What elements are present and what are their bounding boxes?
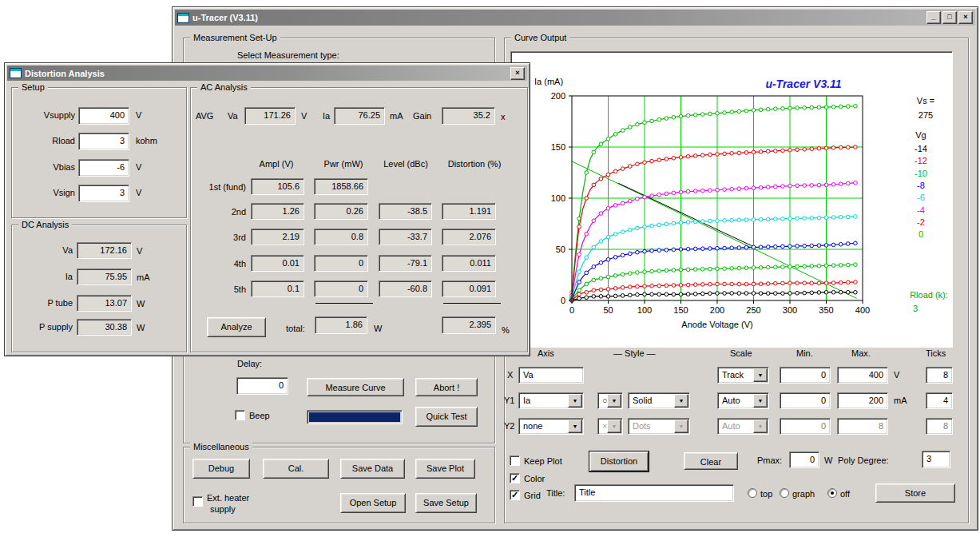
svg-text:100: 100 xyxy=(551,193,565,203)
pwr-total-rule xyxy=(315,303,373,304)
y2-axis-label: Y2 xyxy=(504,421,514,431)
svg-text:200: 200 xyxy=(551,91,565,101)
y1-max-input[interactable]: 200 xyxy=(837,392,888,409)
debug-button[interactable]: Debug xyxy=(192,459,250,479)
dc-ptube-unit: W xyxy=(137,299,145,308)
chevron-down-icon[interactable]: ▼ xyxy=(568,394,582,408)
y1-scale-combo[interactable]: Auto▼ xyxy=(717,392,769,409)
legend-top-radio[interactable] xyxy=(748,488,757,498)
ac-va-label: Va xyxy=(228,111,238,121)
close-button[interactable]: × xyxy=(958,11,973,24)
vsign-input[interactable]: 3 xyxy=(78,185,129,202)
ac-analysis-group: AC Analysis xyxy=(190,87,528,352)
svg-text:-8: -8 xyxy=(917,181,925,190)
y1-axis-label: Y1 xyxy=(504,396,514,405)
analyze-button[interactable]: Analyze xyxy=(207,317,266,337)
save-setup-button[interactable]: Save Setup xyxy=(415,493,477,513)
delay-input[interactable]: 0 xyxy=(236,377,288,395)
svg-text:-4: -4 xyxy=(917,205,925,215)
grid-label: Grid xyxy=(524,491,541,500)
measurement-setup-title: Measurement Set-Up xyxy=(190,33,280,42)
dialog-close-button[interactable]: × xyxy=(510,67,525,80)
svg-text:300: 300 xyxy=(783,305,797,315)
delay-label: Delay: xyxy=(237,359,262,368)
vsupply-input[interactable]: 400 xyxy=(78,107,129,125)
color-label: Color xyxy=(524,474,545,483)
chevron-down-icon[interactable]: ▼ xyxy=(674,394,688,408)
ac-ia-value: 76.25 xyxy=(334,107,385,125)
cal-button[interactable]: Cal. xyxy=(263,459,329,479)
distortion-total-rule xyxy=(443,303,501,304)
open-setup-button[interactable]: Open Setup xyxy=(340,493,406,513)
row-5th-distortion: 0.091 xyxy=(442,280,496,297)
rload-input[interactable]: 3 xyxy=(78,133,129,150)
row-2nd-label: 2nd xyxy=(188,207,246,217)
x-scale-combo[interactable]: Track▼ xyxy=(717,367,769,384)
dc-ia-label: Ia xyxy=(17,272,73,281)
chevron-down-icon[interactable]: ▼ xyxy=(568,420,582,433)
main-titlebar[interactable]: u-Tracer (V3.11) _ □ × xyxy=(175,10,975,26)
row-5th-ampl: 0.1 xyxy=(251,280,304,297)
row-3rd-pwr: 0.8 xyxy=(314,229,368,245)
x-min-input[interactable]: 0 xyxy=(780,367,831,384)
legend-graph-label: graph xyxy=(792,489,815,499)
poly-degree-input[interactable]: 3 xyxy=(922,451,950,468)
rload-label: Rload xyxy=(19,136,75,145)
svg-text:-2: -2 xyxy=(917,217,925,227)
keep-plot-checkbox[interactable] xyxy=(510,455,520,466)
color-checkbox[interactable]: ✓ xyxy=(510,473,520,483)
pmax-label: Pmax: xyxy=(757,455,782,465)
y1-ticks-input[interactable]: 4 xyxy=(926,392,953,409)
chevron-down-icon: ▼ xyxy=(753,420,768,433)
x-max-input[interactable]: 400 xyxy=(837,367,888,384)
dc-analysis-title: DC Analysis xyxy=(18,220,72,229)
maximize-button[interactable]: □ xyxy=(942,11,957,24)
row-4th-level: -79.1 xyxy=(379,255,432,272)
legend-graph-radio[interactable] xyxy=(780,488,789,498)
measure-curve-button[interactable]: Measure Curve xyxy=(307,378,404,396)
svg-text:250: 250 xyxy=(746,305,760,315)
row-5th-label: 5th xyxy=(188,284,246,294)
grid-checkbox[interactable]: ✓ xyxy=(510,490,520,500)
pmax-input[interactable]: 0 xyxy=(789,451,819,468)
legend-off-radio[interactable] xyxy=(827,488,837,498)
vbias-unit: V xyxy=(136,162,141,172)
svg-text:50: 50 xyxy=(603,305,613,315)
store-button[interactable]: Store xyxy=(875,483,955,503)
clear-button[interactable]: Clear xyxy=(684,452,738,470)
y1-marker-combo[interactable]: ○▼ xyxy=(597,392,623,409)
row-1st-pwr: 1858.66 xyxy=(314,178,368,195)
ac-ia-label: Ia xyxy=(323,111,330,121)
ext-heater-checkbox[interactable] xyxy=(192,496,203,507)
beep-checkbox[interactable] xyxy=(235,410,245,420)
plot-title-input[interactable]: Title xyxy=(574,484,734,502)
abort-button[interactable]: Abort ! xyxy=(415,378,478,396)
ac-va-unit: V xyxy=(301,111,307,121)
x-ticks-input[interactable]: 8 xyxy=(926,367,953,384)
y1-min-input[interactable]: 0 xyxy=(780,392,831,409)
ac-va-value: 171.26 xyxy=(244,107,296,125)
chevron-down-icon[interactable]: ▼ xyxy=(753,394,768,408)
quick-test-button[interactable]: Quick Test xyxy=(415,407,478,427)
save-plot-button[interactable]: Save Plot xyxy=(415,459,475,479)
row-3rd-level: -33.7 xyxy=(379,229,432,245)
chevron-down-icon[interactable]: ▼ xyxy=(753,368,768,382)
y2-axis-combo[interactable]: none▼ xyxy=(518,418,584,435)
total-distortion-unit: % xyxy=(502,325,510,335)
y2-scale-combo: Auto▼ xyxy=(717,418,769,435)
save-data-button[interactable]: Save Data xyxy=(340,459,405,479)
vbias-input[interactable]: -6 xyxy=(78,159,129,177)
distortion-button[interactable]: Distortion xyxy=(589,451,649,471)
svg-text:0: 0 xyxy=(569,305,574,315)
x-axis-label: X xyxy=(507,370,513,380)
dialog-titlebar[interactable]: Distortion Analysis × xyxy=(7,66,527,81)
gain-value: 35.2 xyxy=(442,107,495,125)
y1-line-style-combo[interactable]: Solid▼ xyxy=(628,392,690,409)
keep-plot-label: Keep Plot xyxy=(524,456,562,466)
x-axis-input[interactable]: Va xyxy=(518,367,584,384)
minimize-button[interactable]: _ xyxy=(926,11,941,24)
y1-axis-combo[interactable]: Ia▼ xyxy=(518,392,584,409)
gain-label: Gain xyxy=(413,111,431,121)
chevron-down-icon[interactable]: ▼ xyxy=(607,394,621,408)
dc-va-value: 172.16 xyxy=(77,242,132,259)
